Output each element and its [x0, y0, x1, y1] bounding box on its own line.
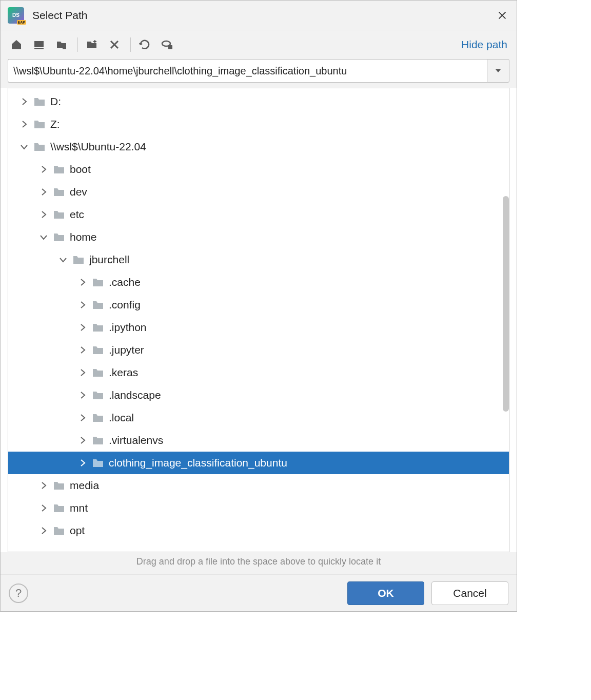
chevron-right-icon[interactable] [38, 480, 49, 491]
folder-icon [91, 411, 105, 424]
cancel-button[interactable]: Cancel [431, 581, 508, 605]
folder-icon [91, 343, 105, 357]
tree-node[interactable]: mnt [8, 497, 509, 519]
delete-icon[interactable] [106, 36, 123, 53]
chevron-down-icon[interactable] [38, 231, 49, 243]
tree-node-label: Z: [50, 118, 60, 130]
tree-node[interactable]: boot [8, 158, 509, 181]
footer: ? OK Cancel [1, 574, 517, 611]
ok-button[interactable]: OK [347, 581, 424, 605]
chevron-right-icon[interactable] [77, 322, 88, 333]
folder-tree[interactable]: D:Z:\\wsl$\Ubuntu-22.04bootdevetchomejbu… [8, 88, 509, 542]
folder-icon [52, 501, 66, 515]
chevron-right-icon[interactable] [38, 502, 49, 514]
chevron-down-icon[interactable] [57, 254, 69, 265]
tree-node-label: .keras [109, 366, 138, 379]
folder-icon [91, 388, 105, 402]
help-button[interactable]: ? [9, 584, 28, 603]
chevron-down-icon[interactable] [18, 141, 30, 152]
tree-node[interactable]: \\wsl$\Ubuntu-22.04 [8, 135, 509, 158]
folder-icon [33, 118, 46, 131]
tree-node[interactable]: opt [8, 519, 509, 542]
tree-node[interactable]: Z: [8, 113, 509, 135]
path-row [1, 59, 517, 88]
svg-rect-2 [63, 46, 66, 49]
hide-path-link[interactable]: Hide path [461, 38, 509, 51]
tree-node-label: .config [109, 299, 141, 311]
dialog-title: Select Path [32, 9, 495, 22]
folder-icon [52, 230, 66, 244]
chevron-right-icon[interactable] [38, 525, 49, 536]
chevron-right-icon[interactable] [38, 209, 49, 220]
tree-node-label: .landscape [109, 389, 161, 401]
tree-node[interactable]: home [8, 226, 509, 248]
chevron-right-icon[interactable] [77, 412, 88, 423]
tree-node-label: opt [70, 524, 85, 537]
folder-icon [52, 163, 66, 176]
tree-node[interactable]: clothing_image_classification_ubuntu [8, 452, 509, 474]
chevron-right-icon[interactable] [38, 164, 49, 175]
scrollbar[interactable] [503, 196, 509, 412]
chevron-right-icon[interactable] [77, 367, 88, 378]
close-icon[interactable] [495, 8, 509, 23]
toolbar: Hide path [1, 30, 517, 59]
chevron-right-icon[interactable] [77, 299, 88, 310]
show-hidden-icon[interactable] [159, 36, 176, 53]
chevron-right-icon[interactable] [77, 435, 88, 446]
tree-node-label: clothing_image_classification_ubuntu [109, 457, 287, 469]
folder-icon [52, 524, 66, 537]
chevron-right-icon[interactable] [77, 390, 88, 401]
tree-node-label: .cache [109, 276, 141, 288]
app-icon: DSEAP [8, 7, 24, 24]
tree-node[interactable]: .config [8, 294, 509, 316]
path-input[interactable] [8, 59, 487, 83]
tree-node-label: etc [70, 208, 84, 221]
tree-node[interactable]: .ipython [8, 316, 509, 339]
chevron-right-icon[interactable] [77, 277, 88, 288]
folder-icon [72, 253, 85, 266]
tree-node[interactable]: D: [8, 90, 509, 113]
tree-node-label: home [70, 231, 97, 243]
refresh-icon[interactable] [136, 36, 153, 53]
titlebar: DSEAP Select Path [1, 1, 517, 30]
folder-icon [52, 479, 66, 492]
tree-node-label: .virtualenvs [109, 434, 163, 446]
tree-node[interactable]: etc [8, 203, 509, 226]
chevron-right-icon[interactable] [18, 119, 30, 130]
tree-node[interactable]: .cache [8, 271, 509, 294]
new-folder-icon[interactable] [83, 36, 101, 53]
tree-node-label: D: [50, 95, 61, 108]
toolbar-separator [130, 37, 131, 52]
folder-icon [91, 366, 105, 379]
chevron-right-icon[interactable] [77, 457, 88, 469]
tree-node-label: boot [70, 163, 91, 176]
chevron-right-icon[interactable] [77, 344, 88, 356]
folder-icon [91, 298, 105, 312]
toolbar-separator [77, 37, 78, 52]
tree-node[interactable]: media [8, 474, 509, 497]
tree-node-label: .local [109, 412, 134, 424]
tree-node[interactable]: .local [8, 406, 509, 429]
folder-icon [33, 95, 46, 108]
tree-node[interactable]: .keras [8, 361, 509, 384]
tree-node[interactable]: jburchell [8, 248, 509, 271]
tree-node[interactable]: .jupyter [8, 339, 509, 361]
chevron-right-icon[interactable] [38, 186, 49, 198]
tree-node-label: .jupyter [109, 344, 144, 356]
project-icon[interactable] [53, 36, 70, 53]
folder-icon [91, 276, 105, 289]
desktop-icon[interactable] [30, 36, 48, 53]
folder-icon [52, 185, 66, 199]
tree-node[interactable]: .virtualenvs [8, 429, 509, 452]
svg-rect-0 [34, 41, 44, 47]
path-dropdown[interactable] [487, 59, 509, 83]
chevron-right-icon[interactable] [18, 96, 30, 107]
svg-rect-4 [168, 45, 172, 49]
tree-node-label: mnt [70, 502, 88, 514]
tree-node[interactable]: dev [8, 181, 509, 203]
folder-icon [91, 321, 105, 334]
folder-icon [91, 456, 105, 470]
tree-node-label: media [70, 479, 99, 492]
tree-node[interactable]: .landscape [8, 384, 509, 406]
home-icon[interactable] [8, 36, 25, 53]
